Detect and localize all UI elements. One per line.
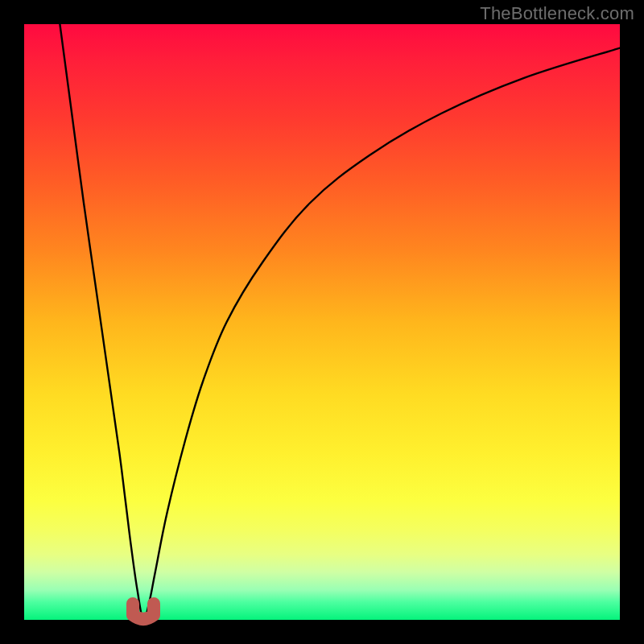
bottleneck-curve-line <box>60 24 620 620</box>
min-notch-icon <box>133 604 154 619</box>
bottleneck-chart <box>24 24 620 620</box>
watermark-label: TheBottleneck.com <box>480 3 634 24</box>
chart-frame: TheBottleneck.com <box>0 0 644 644</box>
